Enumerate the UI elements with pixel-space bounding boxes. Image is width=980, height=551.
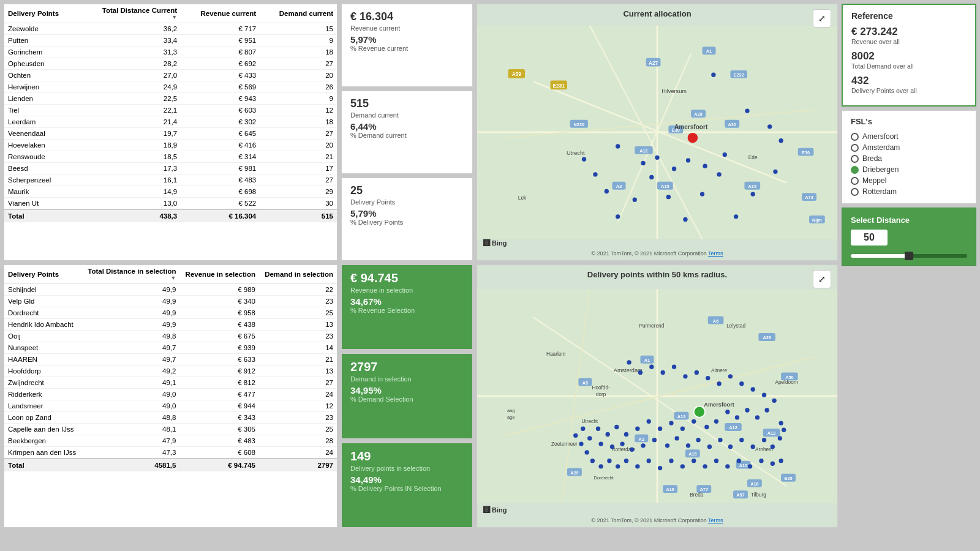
svg-text:age: age — [507, 414, 514, 420]
table-cell: Capelle aan den IJss — [4, 424, 81, 435]
svg-point-68 — [723, 152, 727, 157]
fsl-item[interactable]: Driebergen — [851, 164, 967, 175]
stat-demand-pct-label: % Demand current — [350, 132, 464, 139]
svg-point-152 — [669, 421, 673, 425]
svg-point-48 — [778, 138, 783, 143]
bottom-table-scroll[interactable]: Delivery Points Total Distance in select… — [4, 265, 337, 527]
radio-button[interactable] — [851, 133, 859, 141]
svg-text:A12: A12 — [639, 148, 647, 154]
table-row: Opheusden28,2€ 69227 — [4, 58, 337, 70]
map-top-fullscreen-btn[interactable]: ⤢ — [813, 9, 831, 28]
svg-text:A2: A2 — [639, 437, 644, 442]
svg-text:A16: A16 — [750, 481, 758, 487]
table-cell: 27 — [259, 377, 337, 389]
stat-card-points-selection: 149 Delivery points in selection 34,49% … — [341, 443, 473, 528]
stat-card-revenue-current: € 16.304 Revenue current 5,97% % Revenue… — [341, 4, 473, 87]
svg-point-46 — [745, 108, 749, 113]
svg-text:A12: A12 — [729, 425, 737, 430]
col-demand-top: Demand current — [260, 4, 337, 23]
table-cell: 23 — [259, 296, 337, 307]
table-cell: Velp Gld — [4, 296, 81, 307]
table-cell: € 645 — [181, 128, 260, 140]
table-cell: Putten — [4, 35, 77, 47]
radio-button[interactable] — [851, 144, 859, 152]
top-footer-revenue: € 16.304 — [181, 209, 260, 222]
table-cell: 14 — [259, 342, 337, 354]
svg-point-161 — [579, 441, 583, 446]
table-cell: 23 — [259, 412, 337, 424]
svg-point-138 — [728, 374, 733, 378]
bottom-stats-panel: € 94.745 Revenue in selection 34,67% % R… — [341, 264, 473, 528]
radio-button[interactable] — [851, 188, 859, 196]
fsl-item[interactable]: Rotterdam — [851, 186, 967, 197]
svg-text:A1: A1 — [706, 48, 712, 54]
table-cell: Opheusden — [4, 58, 77, 70]
svg-text:Amersfoort: Amersfoort — [704, 402, 734, 408]
table-cell: Loon op Zand — [4, 412, 81, 424]
stat-dem-sel-value: 2797 — [350, 360, 464, 374]
table-cell: Vianen Ut — [4, 198, 77, 210]
table-cell: 29 — [260, 186, 337, 198]
table-cell: € 912 — [179, 365, 259, 377]
table-cell: 30 — [260, 198, 337, 210]
svg-point-187 — [748, 464, 752, 468]
svg-point-196 — [647, 459, 651, 463]
col-total-dist-bot[interactable]: Total Distance in selection ▼ — [81, 265, 179, 284]
radio-button[interactable] — [851, 155, 859, 163]
fsl-item[interactable]: Amersfoort — [851, 131, 967, 142]
distance-slider-fill — [851, 254, 909, 258]
svg-point-128 — [694, 407, 705, 418]
svg-point-167 — [630, 448, 634, 452]
table-cell: € 944 — [179, 400, 259, 412]
top-footer-dist: 438,3 — [77, 209, 181, 222]
right-column: Reference € 273.242 Revenue over all 800… — [842, 4, 976, 528]
top-table-scroll[interactable]: Delivery Points Total Distance Current ▼… — [4, 4, 337, 260]
table-cell: 17,3 — [77, 163, 181, 174]
svg-point-150 — [692, 419, 696, 424]
table-cell: Tiel — [4, 105, 77, 116]
fsl-item[interactable]: Breda — [851, 153, 967, 164]
svg-point-64 — [655, 156, 659, 160]
svg-text:Tilburg: Tilburg — [751, 492, 766, 498]
svg-point-148 — [714, 419, 718, 424]
stat-card-demand-current: 515 Demand current 6,44% % Demand curren… — [341, 91, 473, 174]
svg-text:Hilversum: Hilversum — [662, 88, 687, 94]
fsl-item[interactable]: Amsterdam — [851, 142, 967, 153]
svg-text:A6: A6 — [713, 318, 718, 324]
distance-slider-track[interactable] — [851, 254, 967, 258]
distance-slider-thumb[interactable] — [905, 252, 913, 260]
table-row: Leerdam21,4€ 30218 — [4, 116, 337, 128]
col-total-dist-top[interactable]: Total Distance Current ▼ — [77, 4, 181, 23]
table-row: Hoofddorp49,2€ 91213 — [4, 365, 337, 377]
top-table: Delivery Points Total Distance Current ▼… — [4, 4, 337, 261]
bot-footer-label: Total — [4, 459, 81, 471]
svg-text:Breda: Breda — [690, 492, 703, 498]
svg-point-131 — [649, 365, 654, 369]
map-bot-fullscreen-btn[interactable]: ⤢ — [813, 270, 831, 288]
svg-text:Utrecht: Utrecht — [567, 150, 585, 156]
ref-demand-label: Total Demand over all — [851, 62, 967, 70]
svg-point-57 — [633, 198, 637, 202]
table-cell: 17 — [260, 163, 337, 174]
table-cell: Veenendaal — [4, 128, 77, 140]
map-top-terms-link[interactable]: Terms — [708, 250, 723, 257]
radio-button[interactable] — [851, 177, 859, 185]
table-cell: 49,7 — [81, 354, 179, 365]
fsl-item[interactable]: Meppel — [851, 175, 967, 186]
table-row: Landsmeer49,0€ 94412 — [4, 400, 337, 412]
table-cell: Schijndel — [4, 284, 81, 296]
stat-dem-sel-pct-label: % Demand Selection — [350, 395, 464, 403]
col-revenue-top: Revenue current — [181, 4, 260, 23]
svg-point-166 — [620, 441, 624, 446]
svg-point-180 — [771, 444, 775, 449]
table-cell: 18,9 — [77, 140, 181, 151]
table-cell: Renswoude — [4, 151, 77, 163]
radio-button[interactable] — [851, 166, 859, 174]
col-delivery-points-bot: Delivery Points — [4, 265, 81, 284]
table-cell: Ochten — [4, 70, 77, 81]
table-cell: € 314 — [181, 151, 260, 163]
svg-text:A2: A2 — [616, 184, 622, 189]
svg-text:dorp: dorp — [596, 392, 606, 397]
map-bot-terms-link[interactable]: Terms — [708, 517, 723, 523]
table-cell: 49,0 — [81, 400, 179, 412]
